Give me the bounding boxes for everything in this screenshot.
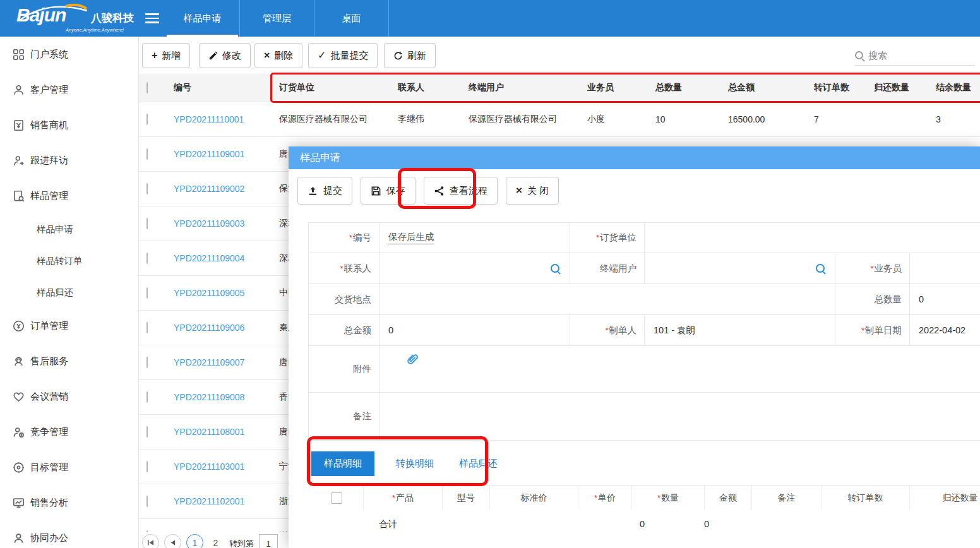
row-id-link[interactable]: YPD20211109002	[174, 184, 279, 194]
search-input[interactable]	[868, 50, 963, 61]
detail-col-remark: 备注	[751, 485, 821, 510]
search-icon[interactable]	[816, 264, 825, 273]
remark-field[interactable]	[379, 393, 980, 441]
view-flow-button[interactable]: 查看流程	[424, 177, 498, 205]
sidebar-item[interactable]: 门户系统	[0, 37, 138, 72]
detail-table-header: *产品 型号 标准价 *单价 *数量 金额 备注 转订单数 归还数量	[309, 485, 980, 510]
page-number-button[interactable]: 2	[207, 534, 224, 548]
code-generated-link[interactable]: 保存后生成	[388, 231, 434, 244]
customer-icon	[13, 84, 25, 96]
col-header-total-amount[interactable]: 总金额	[728, 82, 814, 93]
col-header-id[interactable]: 编号	[174, 82, 279, 93]
row-id-link[interactable]: YPD20211109004	[174, 253, 279, 263]
sidebar-item[interactable]: 竞争管理	[0, 414, 138, 450]
row-id-link[interactable]: YPD20211108001	[174, 427, 279, 437]
sidebar-item[interactable]: 样品转订单	[0, 245, 138, 277]
detail-select-all-checkbox[interactable]	[331, 492, 342, 504]
order-company-field[interactable]	[645, 223, 980, 253]
row-id-link[interactable]: YPD20211109001	[174, 149, 279, 159]
row-checkbox[interactable]	[146, 461, 148, 472]
modal-form: *编号 保存后生成 *订货单位 *联系人 终端用户 *业务员 交货地点 总数量 …	[308, 222, 980, 441]
col-header-order-count[interactable]: 转订单数	[814, 82, 874, 93]
sidebar-item[interactable]: 跟进拜访	[0, 143, 138, 178]
sidebar-item[interactable]: 订单管理	[0, 308, 138, 343]
col-header-contact[interactable]: 联系人	[398, 82, 469, 93]
row-id-link[interactable]: YPD20211109008	[174, 392, 279, 402]
row-id-link[interactable]: YPD20211103001	[174, 462, 279, 472]
row-checkbox[interactable]	[146, 391, 148, 403]
row-id-link[interactable]: YPD20211109005	[174, 288, 279, 298]
row-checkbox[interactable]	[146, 253, 148, 264]
submit-button[interactable]: 提交	[297, 177, 352, 205]
paperclip-icon[interactable]	[397, 355, 412, 370]
row-checkbox[interactable]	[146, 148, 148, 160]
sidebar-item[interactable]: 客户管理	[0, 72, 138, 107]
refresh-button[interactable]: 刷新	[384, 43, 436, 68]
sidebar-item[interactable]: 样品管理	[0, 178, 138, 213]
col-header-salesman[interactable]: 业务员	[587, 82, 655, 93]
col-header-enduser[interactable]: 终端用户	[469, 82, 587, 93]
sidebar-item-label: 销售分析	[30, 497, 68, 509]
maker-field[interactable]: 101 - 袁朗	[645, 315, 835, 346]
row-checkbox[interactable]	[146, 114, 148, 125]
make-date-field[interactable]: 2022-04-02	[910, 315, 980, 346]
row-checkbox[interactable]	[146, 322, 148, 333]
delivery-place-field[interactable]	[379, 284, 835, 315]
row-id-link[interactable]: YPD20211109003	[174, 218, 279, 229]
col-header-balance-qty[interactable]: 结余数量	[936, 82, 980, 93]
sidebar-item[interactable]: 售后服务	[0, 343, 138, 379]
detail-tab[interactable]: 样品明细	[311, 451, 374, 476]
detail-col-model: 型号	[442, 485, 489, 510]
batch-submit-button[interactable]: ✓ 批量提交	[308, 43, 378, 68]
sidebar-item[interactable]: 协同办公	[0, 520, 138, 548]
nav-tab-label: 管理层	[263, 13, 291, 23]
close-button[interactable]: × 关 闭	[506, 177, 559, 205]
row-salesman: 小度	[587, 114, 655, 125]
prev-page-button[interactable]	[164, 534, 181, 548]
add-button-label: 新增	[162, 50, 181, 62]
refresh-button-label: 刷新	[407, 50, 426, 62]
col-header-return-qty[interactable]: 归还数量	[874, 82, 936, 93]
sidebar-item[interactable]: 销售分析	[0, 485, 138, 520]
row-checkbox[interactable]	[146, 287, 148, 299]
row-checkbox[interactable]	[146, 496, 148, 507]
nav-tab[interactable]: 桌面	[314, 0, 389, 37]
table-row[interactable]: YPD20211110001 保源医疗器械有限公司 李继伟 保源医疗器械有限公司…	[139, 102, 980, 137]
sidebar-item[interactable]: 目标管理	[0, 450, 138, 485]
sidebar-item-label: 竞争管理	[30, 426, 68, 438]
grid-icon	[13, 49, 25, 61]
add-button[interactable]: + 新增	[142, 43, 190, 68]
col-header-total-qty[interactable]: 总数量	[655, 82, 728, 93]
row-id-link[interactable]: YPD20211110001	[174, 114, 279, 124]
row-checkbox[interactable]	[146, 218, 148, 229]
row-id-link[interactable]: YPD20211109006	[174, 323, 279, 333]
salesman-field[interactable]	[910, 253, 980, 284]
search-icon[interactable]	[551, 264, 559, 273]
row-checkbox[interactable]	[146, 183, 148, 194]
batch-submit-button-label: 批量提交	[330, 50, 368, 62]
menu-icon[interactable]	[145, 13, 159, 23]
sidebar-item[interactable]: 样品归还	[0, 277, 138, 308]
sidebar-item[interactable]: 会议营销	[0, 379, 138, 414]
detail-tab[interactable]: 转换明细	[392, 451, 438, 476]
row-id-link[interactable]: YPD20211102001	[174, 496, 279, 506]
page-number-button[interactable]: 1	[186, 534, 203, 548]
save-button[interactable]: 保存	[361, 177, 415, 205]
contact-field[interactable]	[379, 253, 570, 284]
enduser-field[interactable]	[645, 253, 835, 284]
sidebar-item[interactable]: 销售商机	[0, 107, 138, 143]
row-checkbox[interactable]	[146, 357, 148, 368]
edit-button[interactable]: 修改	[199, 43, 251, 68]
row-id-link[interactable]: YPD20211109007	[174, 357, 279, 367]
col-header-company[interactable]: 订货单位	[279, 82, 398, 93]
detail-tab[interactable]: 样品归还	[455, 451, 501, 476]
row-checkbox[interactable]	[146, 426, 148, 438]
nav-tab[interactable]: 样品申请	[165, 0, 240, 37]
first-page-button[interactable]	[142, 534, 159, 548]
goto-page-input[interactable]	[259, 534, 278, 548]
nav-tab[interactable]: 管理层	[240, 0, 314, 37]
select-all-checkbox[interactable]	[146, 82, 148, 93]
delete-button[interactable]: × 删除	[254, 43, 302, 68]
sidebar-item[interactable]: 样品申请	[0, 213, 138, 245]
aftersales-icon	[13, 355, 25, 367]
